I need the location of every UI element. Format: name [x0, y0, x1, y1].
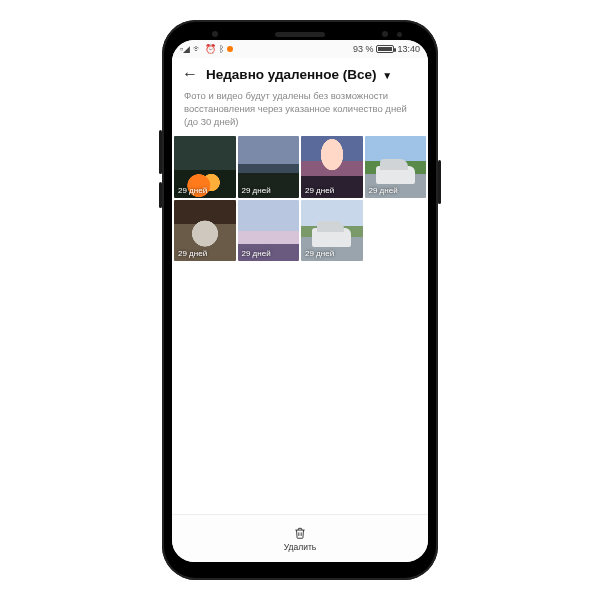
notification-dot-icon	[227, 46, 233, 52]
screen: ▫◢ ᯤ ⏰ ᛒ 93 % 13:40 ← Недавно удаленное …	[172, 40, 428, 562]
battery-percent: 93 %	[353, 44, 374, 54]
thumbnail[interactable]: 29 дней	[174, 200, 236, 262]
clock: 13:40	[397, 44, 420, 54]
wifi-icon: ᯤ	[193, 45, 202, 54]
thumbnail[interactable]: 29 дней	[365, 136, 427, 198]
header: ← Недавно удаленное (Все) ▼	[172, 58, 428, 88]
days-remaining-label: 29 дней	[369, 186, 398, 195]
chevron-down-icon: ▼	[382, 70, 392, 81]
thumbnail[interactable]: 29 дней	[301, 200, 363, 262]
days-remaining-label: 29 дней	[305, 249, 334, 258]
bottom-toolbar: Удалить	[172, 514, 428, 562]
delete-button-label[interactable]: Удалить	[284, 542, 316, 552]
top-hardware	[162, 26, 438, 42]
thumbnail[interactable]: 29 дней	[238, 136, 300, 198]
days-remaining-label: 29 дней	[178, 249, 207, 258]
alarm-icon: ⏰	[205, 45, 216, 54]
info-text: Фото и видео будут удалены без возможнос…	[172, 88, 428, 136]
status-bar: ▫◢ ᯤ ⏰ ᛒ 93 % 13:40	[172, 40, 428, 58]
thumbnail-grid: 29 дней 29 дней 29 дней 29 дней 29 дней …	[172, 136, 428, 261]
thumbnail[interactable]: 29 дней	[301, 136, 363, 198]
days-remaining-label: 29 дней	[178, 186, 207, 195]
back-icon[interactable]: ←	[182, 66, 198, 82]
trash-icon[interactable]	[293, 526, 307, 540]
page-title-text: Недавно удаленное (Все)	[206, 67, 377, 82]
days-remaining-label: 29 дней	[242, 249, 271, 258]
phone-frame: ▫◢ ᯤ ⏰ ᛒ 93 % 13:40 ← Недавно удаленное …	[162, 20, 438, 580]
bixby-button	[159, 182, 162, 208]
page-title[interactable]: Недавно удаленное (Все) ▼	[206, 67, 392, 82]
signal-icon: ▫◢	[180, 45, 190, 54]
thumbnail[interactable]: 29 дней	[174, 136, 236, 198]
battery-icon	[376, 45, 394, 53]
thumbnail[interactable]: 29 дней	[238, 200, 300, 262]
days-remaining-label: 29 дней	[242, 186, 271, 195]
volume-button	[159, 130, 162, 174]
days-remaining-label: 29 дней	[305, 186, 334, 195]
power-button	[438, 160, 441, 204]
bluetooth-icon: ᛒ	[219, 45, 224, 54]
